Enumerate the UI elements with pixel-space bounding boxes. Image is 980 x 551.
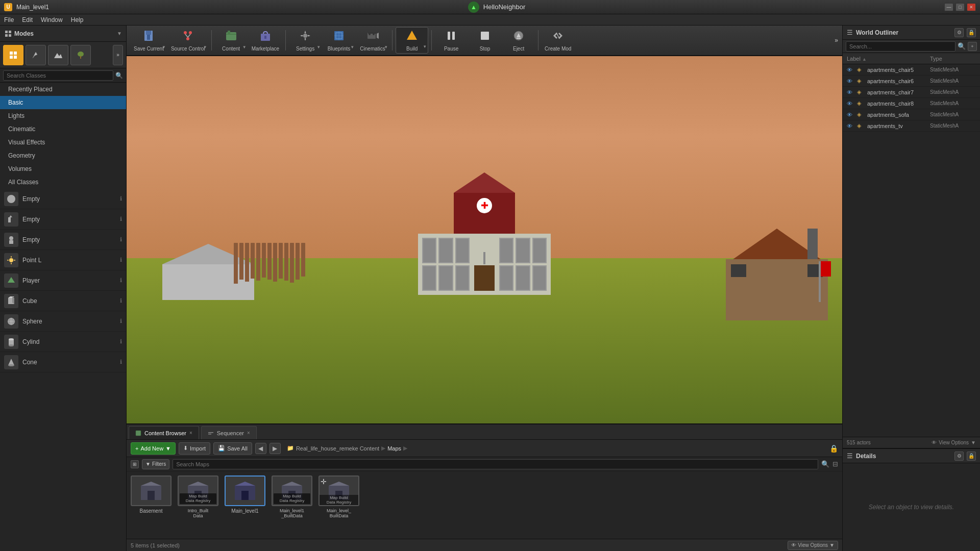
outliner-add-actor-btn[interactable]: +: [968, 42, 977, 51]
empty2-label: Empty: [22, 216, 116, 223]
viewport[interactable]: ✚: [127, 56, 842, 423]
content-item-basement[interactable]: Basement: [131, 475, 172, 514]
main-layout: Modes ▼ » 🔍 Recently Placed: [0, 26, 980, 551]
view-grid-icon[interactable]: ⊞: [131, 460, 139, 468]
content-browser-tab[interactable]: Content Browser ×: [129, 426, 199, 439]
outliner-row-chair6[interactable]: 👁 ◈ apartments_chair6 StaticMeshA: [843, 76, 980, 87]
mode-foliage-btn[interactable]: [70, 45, 91, 65]
content-item-main-builtdata2[interactable]: Map BuildData Registry ✛ Main_level_ Bui…: [318, 475, 359, 518]
outliner-row-sofa[interactable]: 👁 ◈ apartments_sofa StaticMeshA: [843, 109, 980, 120]
category-lights[interactable]: Lights: [0, 109, 126, 122]
category-cinematic[interactable]: Cinematic: [0, 122, 126, 136]
marketplace-button[interactable]: Marketplace: [249, 27, 282, 54]
details-settings-btn[interactable]: ⚙: [954, 452, 964, 461]
sequencer-tab-close[interactable]: ×: [247, 430, 250, 436]
blueprints-button[interactable]: Blueprints ▼: [323, 27, 355, 54]
place-item-sphere[interactable]: Sphere ℹ: [0, 311, 126, 332]
main-builtdata1-name: Main_level1 _BuiltData: [280, 508, 304, 518]
build-label: Build: [406, 46, 418, 52]
add-new-button[interactable]: + Add New ▼: [131, 442, 176, 455]
place-item-cube[interactable]: Cube ℹ: [0, 291, 126, 311]
details-lock-btn[interactable]: 🔒: [967, 452, 976, 461]
menu-file[interactable]: File: [4, 16, 14, 23]
category-basic[interactable]: Basic: [0, 96, 126, 109]
content-item-main-builtdata1[interactable]: Map BuildData Registry Main_level1 _Buil…: [272, 475, 312, 518]
eye-icon: 👁: [791, 542, 796, 548]
save-current-button[interactable]: Save Current ▼: [131, 27, 167, 54]
bottom-status-bar: 5 items (1 selected) 👁 View Options ▼: [127, 539, 842, 551]
place-item-empty1[interactable]: Empty ℹ: [0, 189, 126, 209]
mode-landscape-btn[interactable]: [48, 45, 68, 65]
svg-point-30: [9, 344, 14, 346]
svg-point-14: [9, 236, 13, 240]
content-item-main-level1[interactable]: Main_level1: [225, 475, 265, 514]
menu-help[interactable]: Help: [71, 16, 84, 23]
import-button[interactable]: ⬇ Import: [179, 442, 210, 455]
outliner-row-tv[interactable]: 👁 ◈ apartments_tv StaticMeshA: [843, 120, 980, 132]
place-item-pointlight[interactable]: Point L ℹ: [0, 250, 126, 270]
close-button[interactable]: ✕: [967, 3, 976, 11]
pause-button[interactable]: Pause: [435, 27, 468, 54]
nav-forward-button[interactable]: ▶: [270, 443, 281, 454]
filter-search-icon[interactable]: 🔍: [821, 460, 829, 468]
filter-search-input[interactable]: [173, 459, 818, 469]
toolbar-expand[interactable]: »: [835, 37, 838, 44]
view-options-button[interactable]: 👁 View Options ▼: [788, 541, 838, 550]
mesh-icon: ◈: [857, 100, 864, 107]
category-geometry[interactable]: Geometry: [0, 149, 126, 162]
category-visual-effects[interactable]: Visual Effects: [0, 136, 126, 149]
filters-button[interactable]: ▼ Filters: [142, 459, 169, 469]
nav-back-button[interactable]: ◀: [255, 443, 266, 454]
source-control-button[interactable]: Source Control ▼: [168, 27, 208, 54]
window: [455, 265, 470, 291]
outliner-row-chair7[interactable]: 👁 ◈ apartments_chair7 StaticMeshA: [843, 87, 980, 98]
create-mod-button[interactable]: Create Mod: [542, 27, 574, 54]
menu-window[interactable]: Window: [41, 16, 63, 23]
svg-point-16: [9, 258, 13, 262]
svg-point-29: [9, 338, 14, 340]
outliner-row-chair5[interactable]: 👁 ◈ apartments_chair5 StaticMeshA: [843, 64, 980, 76]
content-lock-icon[interactable]: 🔒: [829, 444, 838, 453]
menu-edit[interactable]: Edit: [22, 16, 33, 23]
vis-icon: 👁: [847, 89, 854, 95]
category-list: Recently Placed Basic Lights Cinematic V…: [0, 83, 126, 189]
modes-label: Modes: [14, 30, 34, 37]
intro-name: Intro_Built Data: [188, 508, 209, 518]
place-item-cylinder[interactable]: Cylind ℹ: [0, 332, 126, 352]
fence-post: [279, 243, 283, 279]
place-item-empty3[interactable]: Empty ℹ: [0, 230, 126, 250]
maximize-button[interactable]: □: [955, 3, 965, 11]
chimney: [807, 229, 818, 259]
category-volumes[interactable]: Volumes: [0, 162, 126, 176]
build-button[interactable]: Build ▼: [396, 27, 428, 54]
outliner-view-options[interactable]: 👁 View Options ▼: [932, 440, 976, 445]
mode-place-btn[interactable]: [3, 45, 23, 65]
save-all-button[interactable]: 💾 Save All: [213, 442, 252, 455]
place-item-empty2[interactable]: Empty ℹ: [0, 209, 126, 230]
breadcrumb-root[interactable]: Real_life_house_remeke Content: [296, 445, 379, 452]
content-button[interactable]: Content ▼: [215, 27, 248, 54]
minimize-button[interactable]: —: [944, 3, 953, 11]
outliner-search-input[interactable]: [846, 41, 955, 52]
content-item-intro[interactable]: Map BuildData Registry Intro_Built Data: [178, 475, 218, 518]
stop-button[interactable]: Stop: [469, 27, 501, 54]
search-classes-input[interactable]: [3, 70, 113, 81]
content-browser-tab-close[interactable]: ×: [189, 430, 192, 436]
sequencer-tab[interactable]: Sequencer ×: [201, 426, 257, 439]
category-recently-placed[interactable]: Recently Placed: [0, 83, 126, 96]
world-outliner-lock-btn[interactable]: 🔒: [967, 28, 976, 37]
settings-button[interactable]: Settings ▼: [289, 27, 322, 54]
mode-paint-btn[interactable]: [26, 45, 46, 65]
eject-button[interactable]: Eject: [502, 27, 535, 54]
player-label: Player: [22, 277, 116, 284]
place-item-player[interactable]: Player ℹ: [0, 270, 126, 291]
breadcrumb-maps[interactable]: Maps: [387, 445, 401, 452]
cinematics-button[interactable]: Cinematics ▼: [356, 27, 389, 54]
mode-expand-btn[interactable]: »: [113, 45, 123, 65]
place-item-cone[interactable]: Cone ℹ: [0, 352, 126, 372]
category-all-classes[interactable]: All Classes: [0, 176, 126, 189]
filter-view-options[interactable]: ⊟: [832, 460, 838, 468]
flag: [821, 261, 831, 277]
world-outliner-settings-btn[interactable]: ⚙: [954, 28, 964, 37]
outliner-row-chair8[interactable]: 👁 ◈ apartments_chair8 StaticMeshA: [843, 98, 980, 109]
